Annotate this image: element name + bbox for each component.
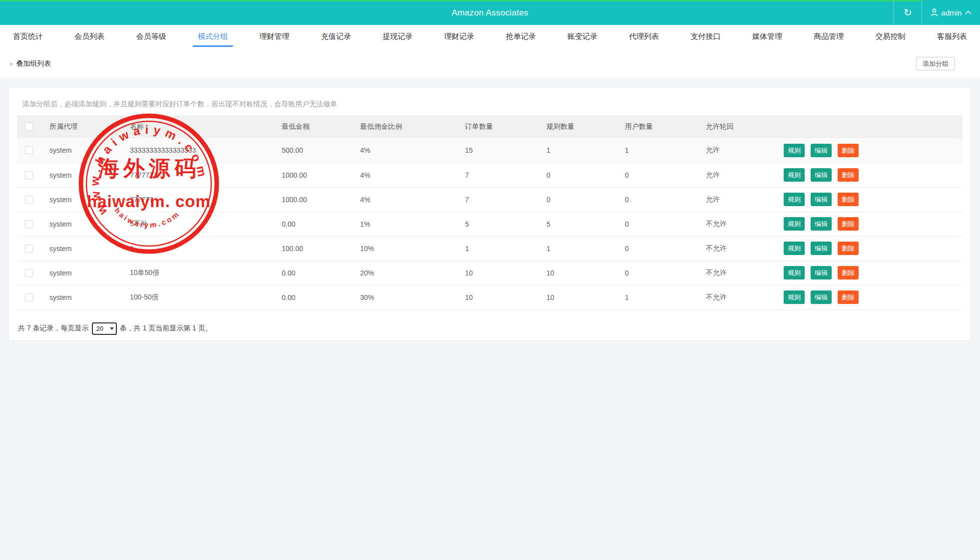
chevron-up-icon bbox=[965, 10, 972, 14]
select-all-checkbox[interactable] bbox=[25, 123, 33, 131]
cell-name: 33333333333333333 bbox=[130, 138, 282, 163]
nav-tab-8[interactable]: 抢单记录 bbox=[506, 25, 536, 48]
row-checkbox[interactable] bbox=[25, 269, 33, 277]
nav-tab-7[interactable]: 理财记录 bbox=[444, 25, 474, 48]
table-row: system5不补0.001%550不允许规则编辑删除 bbox=[17, 212, 963, 236]
cell-min_amount: 1000.00 bbox=[282, 187, 360, 212]
cell-actions: 规则编辑删除 bbox=[784, 285, 963, 309]
rule-button[interactable]: 规则 bbox=[784, 217, 805, 231]
row-checkbox[interactable] bbox=[25, 146, 33, 154]
edit-button[interactable]: 编辑 bbox=[811, 290, 832, 304]
cell-user_count: 1 bbox=[625, 285, 706, 309]
edit-button[interactable]: 编辑 bbox=[811, 242, 832, 255]
delete-button[interactable]: 删除 bbox=[838, 217, 859, 231]
nav-tab-6[interactable]: 提现记录 bbox=[383, 25, 413, 48]
rule-button[interactable]: 规则 bbox=[784, 266, 805, 280]
delete-button[interactable]: 删除 bbox=[838, 290, 859, 304]
breadcrumb: » 叠加组列表 bbox=[9, 48, 51, 79]
cell-name: 1 bbox=[130, 236, 282, 261]
nav-tab-3[interactable]: 模式分组 bbox=[198, 25, 228, 48]
column-header-2: 最低金额 bbox=[282, 115, 360, 138]
cell-user_count: 0 bbox=[625, 261, 706, 285]
row-checkbox[interactable] bbox=[25, 293, 33, 301]
nav-tab-15[interactable]: 客服列表 bbox=[937, 25, 967, 48]
cell-min_amount: 0.00 bbox=[282, 285, 360, 309]
app-title: Amazon Associates bbox=[0, 0, 980, 25]
cell-user_count: 0 bbox=[625, 187, 706, 212]
cell-agent: system bbox=[49, 236, 130, 261]
cell-allow_loop: 不允许 bbox=[706, 285, 784, 309]
groups-table-wrap: 所属代理名称最低金额最低佣金比例订单数量规则数量用户数量允许轮回 system3… bbox=[17, 115, 962, 310]
groups-table: 所属代理名称最低金额最低佣金比例订单数量规则数量用户数量允许轮回 system3… bbox=[17, 115, 963, 310]
cell-min_commission: 10% bbox=[360, 236, 465, 261]
page-background: 添加分组后，必须添加规则，并且规则需要对应好订单个数，若出现不对称情况，会导致用… bbox=[0, 80, 980, 560]
cell-name: 7777777 bbox=[130, 163, 282, 187]
cell-agent: system bbox=[49, 138, 130, 163]
delete-button[interactable]: 删除 bbox=[838, 144, 859, 157]
cell-min_amount: 500.00 bbox=[282, 138, 360, 163]
cell-order_count: 10 bbox=[465, 261, 546, 285]
nav-tab-1[interactable]: 会员列表 bbox=[74, 25, 104, 48]
edit-button[interactable]: 编辑 bbox=[811, 266, 832, 280]
edit-button[interactable]: 编辑 bbox=[811, 144, 832, 157]
nav-tab-10[interactable]: 代理列表 bbox=[629, 25, 659, 48]
rule-button[interactable]: 规则 bbox=[784, 193, 805, 206]
nav-tab-9[interactable]: 账变记录 bbox=[567, 25, 597, 48]
cell-min_amount: 0.00 bbox=[282, 261, 360, 285]
nav-tab-13[interactable]: 商品管理 bbox=[814, 25, 844, 48]
delete-button[interactable]: 删除 bbox=[838, 242, 859, 255]
edit-button[interactable]: 编辑 bbox=[811, 217, 832, 231]
column-header-5: 规则数量 bbox=[546, 115, 625, 138]
table-row: system77777771000.004%700允许规则编辑删除 bbox=[17, 163, 963, 187]
refresh-button[interactable]: ↻ bbox=[894, 0, 922, 25]
nav-tab-2[interactable]: 会员等级 bbox=[136, 25, 166, 48]
cell-rule_count: 5 bbox=[546, 212, 625, 236]
nav-tab-0[interactable]: 首页统计 bbox=[13, 25, 43, 48]
add-group-button[interactable]: 添加分组 bbox=[916, 57, 955, 70]
row-checkbox[interactable] bbox=[25, 171, 33, 179]
nav-tab-14[interactable]: 交易控制 bbox=[876, 25, 906, 48]
edit-button[interactable]: 编辑 bbox=[811, 168, 832, 182]
cell-order_count: 15 bbox=[465, 138, 546, 163]
cell-min_amount: 100.00 bbox=[282, 236, 360, 261]
user-menu[interactable]: admin bbox=[922, 0, 980, 25]
cell-allow_loop: 不允许 bbox=[706, 212, 784, 236]
delete-button[interactable]: 删除 bbox=[838, 193, 859, 206]
notice-text: 添加分组后，必须添加规则，并且规则需要对应好订单个数，若出现不对称情况，会导致用… bbox=[22, 100, 971, 109]
per-page-select[interactable]: 20 bbox=[92, 322, 117, 335]
nav-tabs: 首页统计会员列表会员等级模式分组理财管理充值记录提现记录理财记录抢单记录账变记录… bbox=[0, 25, 980, 48]
cell-actions: 规则编辑删除 bbox=[784, 163, 963, 187]
table-row: system33333333333333333500.004%1511允许规则编… bbox=[17, 138, 963, 163]
rule-button[interactable]: 规则 bbox=[784, 290, 805, 304]
refresh-icon: ↻ bbox=[904, 6, 912, 18]
top-header-bar: Amazon Associates ↻ admin bbox=[0, 0, 980, 25]
edit-button[interactable]: 编辑 bbox=[811, 193, 832, 206]
nav-tab-12[interactable]: 媒体管理 bbox=[752, 25, 782, 48]
row-checkbox[interactable] bbox=[25, 245, 33, 253]
nav-tab-11[interactable]: 支付接口 bbox=[691, 25, 721, 48]
cell-min_commission: 4% bbox=[360, 187, 465, 212]
delete-button[interactable]: 删除 bbox=[838, 168, 859, 182]
nav-tab-5[interactable]: 充值记录 bbox=[321, 25, 351, 48]
row-checkbox[interactable] bbox=[25, 196, 33, 204]
cell-min_amount: 0.00 bbox=[282, 212, 360, 236]
nav-tab-4[interactable]: 理财管理 bbox=[259, 25, 289, 48]
breadcrumb-arrows-icon: » bbox=[9, 60, 13, 67]
column-header-6: 用户数量 bbox=[625, 115, 706, 138]
user-icon bbox=[931, 8, 938, 16]
rule-button[interactable]: 规则 bbox=[784, 168, 805, 182]
cell-agent: system bbox=[49, 212, 130, 236]
cell-rule_count: 10 bbox=[546, 261, 625, 285]
delete-button[interactable]: 删除 bbox=[838, 266, 859, 280]
column-header-4: 订单数量 bbox=[465, 115, 546, 138]
table-row: system7777771000.004%700允许规则编辑删除 bbox=[17, 187, 963, 212]
cell-user_count: 0 bbox=[625, 212, 706, 236]
cell-actions: 规则编辑删除 bbox=[784, 261, 963, 285]
rule-button[interactable]: 规则 bbox=[784, 144, 805, 157]
row-checkbox[interactable] bbox=[25, 220, 33, 228]
cell-rule_count: 0 bbox=[546, 163, 625, 187]
cell-user_count: 0 bbox=[625, 163, 706, 187]
column-header-1: 名称 bbox=[130, 115, 282, 138]
rule-button[interactable]: 规则 bbox=[784, 242, 805, 255]
cell-actions: 规则编辑删除 bbox=[784, 187, 963, 212]
